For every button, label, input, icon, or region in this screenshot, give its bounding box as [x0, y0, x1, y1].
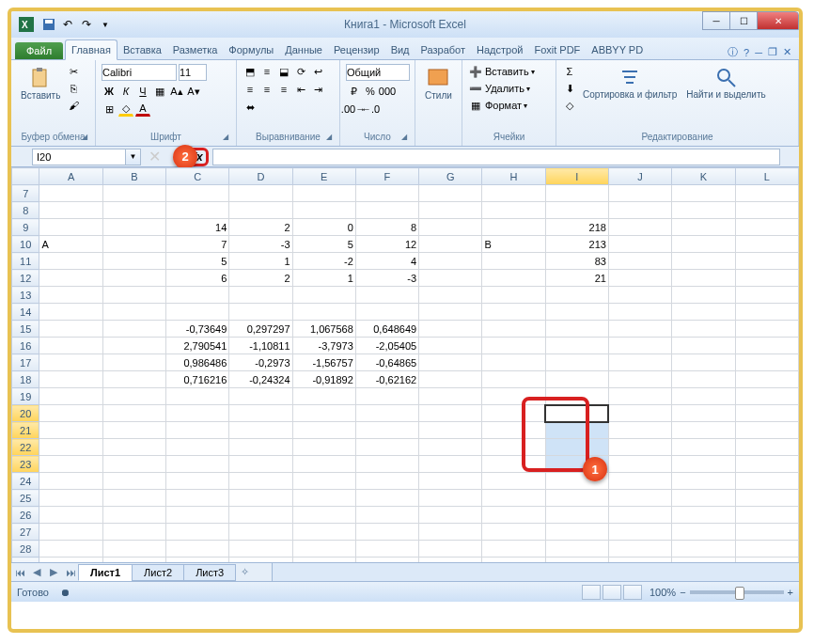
cell[interactable]: [419, 321, 482, 338]
minimize-button[interactable]: ─: [702, 11, 730, 30]
cell[interactable]: [672, 405, 735, 422]
cell[interactable]: [229, 185, 292, 202]
cell[interactable]: [102, 490, 165, 507]
cell[interactable]: A: [39, 236, 102, 253]
tab-foxit[interactable]: Foxit PDF: [528, 40, 586, 59]
cell[interactable]: 218: [545, 219, 608, 236]
cell[interactable]: [482, 371, 545, 388]
borders-icon[interactable]: ⊞: [102, 102, 117, 117]
cell[interactable]: [166, 287, 229, 304]
cell[interactable]: [229, 202, 292, 219]
cell[interactable]: [735, 371, 798, 388]
cell[interactable]: [608, 439, 671, 456]
cell[interactable]: [545, 354, 608, 371]
help-icon[interactable]: ?: [744, 47, 749, 58]
cell[interactable]: [672, 490, 735, 507]
cell[interactable]: [608, 405, 671, 422]
cell[interactable]: [482, 287, 545, 304]
cell[interactable]: [608, 558, 671, 563]
cell[interactable]: -0,24324: [229, 371, 292, 388]
align-middle-icon[interactable]: ≡: [259, 64, 274, 79]
cell[interactable]: 14: [166, 219, 229, 236]
cell[interactable]: [102, 541, 165, 558]
fill-icon[interactable]: ⬇: [562, 81, 577, 96]
cell[interactable]: 0: [292, 219, 355, 236]
cell[interactable]: [229, 541, 292, 558]
cell[interactable]: [355, 287, 418, 304]
cell[interactable]: [608, 524, 671, 541]
cell[interactable]: [482, 219, 545, 236]
cell[interactable]: [419, 439, 482, 456]
row-header[interactable]: 20: [12, 405, 39, 422]
row-header[interactable]: 15: [12, 321, 39, 338]
decrease-font-icon[interactable]: A▾: [186, 84, 201, 99]
cell[interactable]: [166, 185, 229, 202]
cell[interactable]: [166, 541, 229, 558]
cell[interactable]: [735, 490, 798, 507]
cell[interactable]: [482, 558, 545, 563]
cell[interactable]: [102, 270, 165, 287]
column-header[interactable]: A: [39, 168, 102, 185]
cell[interactable]: [355, 185, 418, 202]
row-header[interactable]: 12: [12, 270, 39, 287]
tab-view[interactable]: Вид: [385, 40, 415, 59]
cell[interactable]: [672, 439, 735, 456]
cell[interactable]: [292, 558, 355, 563]
row-header[interactable]: 8: [12, 202, 39, 219]
cell[interactable]: [482, 270, 545, 287]
row-header[interactable]: 7: [12, 185, 39, 202]
row-header[interactable]: 19: [12, 388, 39, 405]
tab-home[interactable]: Главная: [65, 39, 117, 60]
cell[interactable]: [482, 524, 545, 541]
cell[interactable]: [39, 185, 102, 202]
cell[interactable]: [166, 507, 229, 524]
cell[interactable]: 5: [166, 253, 229, 270]
column-header[interactable]: D: [229, 168, 292, 185]
font-launcher-icon[interactable]: ◢: [223, 133, 234, 144]
alignment-launcher-icon[interactable]: ◢: [326, 133, 337, 144]
cell[interactable]: [102, 439, 165, 456]
zoom-slider[interactable]: [690, 590, 784, 594]
cell[interactable]: [102, 473, 165, 490]
doc-close-icon[interactable]: ✕: [783, 46, 791, 58]
cell[interactable]: [608, 456, 671, 473]
tab-insert[interactable]: Вставка: [117, 40, 167, 59]
cell[interactable]: [672, 558, 735, 563]
cell[interactable]: [355, 490, 418, 507]
close-button[interactable]: ✕: [757, 11, 799, 30]
cell[interactable]: [292, 439, 355, 456]
tab-developer[interactable]: Разработ: [415, 40, 471, 59]
cell[interactable]: [482, 354, 545, 371]
cell[interactable]: [735, 185, 798, 202]
cell[interactable]: [39, 507, 102, 524]
cell[interactable]: [482, 202, 545, 219]
cell[interactable]: [608, 490, 671, 507]
sheet-tab-3[interactable]: Лист3: [183, 564, 236, 581]
cell[interactable]: [419, 236, 482, 253]
cell[interactable]: [545, 388, 608, 405]
cell[interactable]: 1,067568: [292, 321, 355, 338]
cell[interactable]: [608, 388, 671, 405]
paste-button[interactable]: Вставить: [17, 64, 64, 102]
styles-button[interactable]: Стили: [421, 64, 456, 102]
cell[interactable]: -3: [229, 236, 292, 253]
worksheet-grid[interactable]: ABCDEFGHIJKL7891420821810A7-3512B2131151…: [11, 167, 799, 562]
cell[interactable]: [672, 270, 735, 287]
name-box-dropdown-icon[interactable]: ▼: [126, 149, 141, 165]
sheet-nav-next-icon[interactable]: ▶: [45, 566, 62, 578]
cell[interactable]: [672, 253, 735, 270]
cell[interactable]: [545, 304, 608, 321]
cell[interactable]: [545, 287, 608, 304]
cell[interactable]: [355, 524, 418, 541]
row-header[interactable]: 21: [12, 422, 39, 439]
cell[interactable]: [735, 405, 798, 422]
cell[interactable]: [292, 524, 355, 541]
cell[interactable]: [102, 338, 165, 354]
cell[interactable]: [672, 524, 735, 541]
cell[interactable]: [608, 321, 671, 338]
cell[interactable]: [735, 287, 798, 304]
copy-icon[interactable]: ⎘: [66, 81, 81, 96]
cell[interactable]: [229, 524, 292, 541]
cell[interactable]: [545, 405, 608, 422]
cell[interactable]: 5: [292, 236, 355, 253]
